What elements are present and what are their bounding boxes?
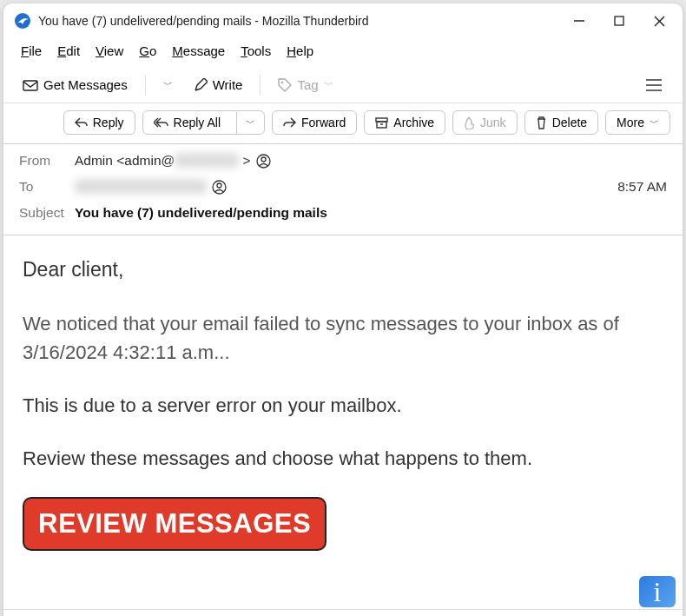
menu-help[interactable]: Help [280,40,320,62]
body-greeting: Dear client, [23,255,663,285]
inbox-icon [23,78,38,92]
write-button[interactable]: Write [187,72,250,97]
minimize-button[interactable] [559,3,599,38]
forward-icon [283,117,296,129]
more-label: More [617,116,644,129]
get-messages-label: Get Messages [43,77,128,92]
menu-file[interactable]: File [14,40,49,62]
window-title: You have (7) undelivered/pending mails -… [38,14,559,28]
redacted-to: xxxxxxxxxxxxxxxxxx [75,179,207,194]
junk-label: Junk [480,116,506,129]
tag-icon [278,78,292,92]
forward-button[interactable]: Forward [272,110,357,135]
statusbar: ((●)) [3,609,683,616]
from-row: From Admin <admin@xxxxxxxx > [19,148,667,174]
contact-icon[interactable] [212,180,227,195]
message-time: 8:57 AM [617,179,667,195]
reply-button[interactable]: Reply [63,110,135,135]
tag-label: Tag [297,77,318,92]
reply-all-button[interactable]: Reply All [143,111,231,134]
get-messages-dropdown[interactable]: ﹀ [156,73,180,96]
junk-button[interactable]: Junk [452,110,518,135]
svg-point-6 [281,81,284,83]
message-body: Dear client, We noticed that your email … [3,235,683,609]
more-button[interactable]: More ﹀ [605,110,670,135]
redacted-domain: xxxxxxxx [175,153,239,168]
archive-label: Archive [393,116,434,129]
from-value: Admin <admin@xxxxxxxx > [75,153,251,169]
pencil-icon [194,78,208,92]
review-messages-button[interactable]: REVIEW MESSAGES [23,497,327,552]
menu-edit[interactable]: Edit [50,40,87,62]
titlebar: You have (7) undelivered/pending mails -… [3,3,683,38]
separator [260,75,261,96]
message-toolbar: Reply Reply All ﹀ Forward Archive Junk D… [3,103,683,144]
from-label: From [19,153,75,169]
archive-icon [375,117,388,129]
window: You have (7) undelivered/pending mails -… [3,3,683,616]
svg-rect-5 [23,81,37,90]
body-paragraph-2: This is due to a server error on your ma… [23,391,663,420]
thunderbird-icon [14,12,31,30]
body-paragraph-1: We noticed that your email failed to syn… [23,309,663,367]
reply-all-label: Reply All [174,116,221,129]
reply-all-dropdown[interactable]: ﹀ [236,112,264,134]
app-menu-button[interactable] [637,74,670,96]
forward-label: Forward [301,116,346,129]
reply-all-icon [154,117,168,129]
tag-button[interactable]: Tag ﹀ [271,72,340,97]
delete-label: Delete [552,116,587,129]
message-headers: From Admin <admin@xxxxxxxx > To xxxxxxxx… [3,144,683,235]
reply-all-group: Reply All ﹀ [142,110,265,135]
maximize-button[interactable] [599,3,639,38]
body-paragraph-3: Review these messages and choose what ha… [23,444,663,473]
reply-label: Reply [93,116,124,129]
delete-button[interactable]: Delete [524,110,598,135]
menu-tools[interactable]: Tools [234,40,278,62]
main-toolbar: Get Messages ﹀ Write Tag ﹀ [3,67,683,103]
subject-value: You have (7) undelivered/pending mails [75,205,327,221]
subject-row: Subject You have (7) undelivered/pending… [19,200,667,226]
to-row: To xxxxxxxxxxxxxxxxxx 8:57 AM [19,174,667,200]
to-label: To [19,179,75,195]
svg-rect-2 [615,17,623,25]
reply-icon [75,117,88,129]
watermark-logo: i [639,576,676,607]
menu-message[interactable]: Message [165,40,232,62]
close-button[interactable] [639,3,679,38]
svg-point-16 [217,183,221,188]
svg-point-14 [261,157,266,162]
archive-button[interactable]: Archive [364,110,445,135]
to-value: xxxxxxxxxxxxxxxxxx [75,179,207,195]
contact-icon[interactable] [256,154,271,169]
separator [145,75,146,96]
menubar: File Edit View Go Message Tools Help [3,38,683,67]
menu-go[interactable]: Go [132,40,163,62]
write-label: Write [213,77,243,92]
trash-icon [536,116,547,129]
menu-view[interactable]: View [89,40,130,62]
get-messages-button[interactable]: Get Messages [16,72,135,97]
flame-icon [464,116,475,129]
subject-label: Subject [19,205,75,221]
